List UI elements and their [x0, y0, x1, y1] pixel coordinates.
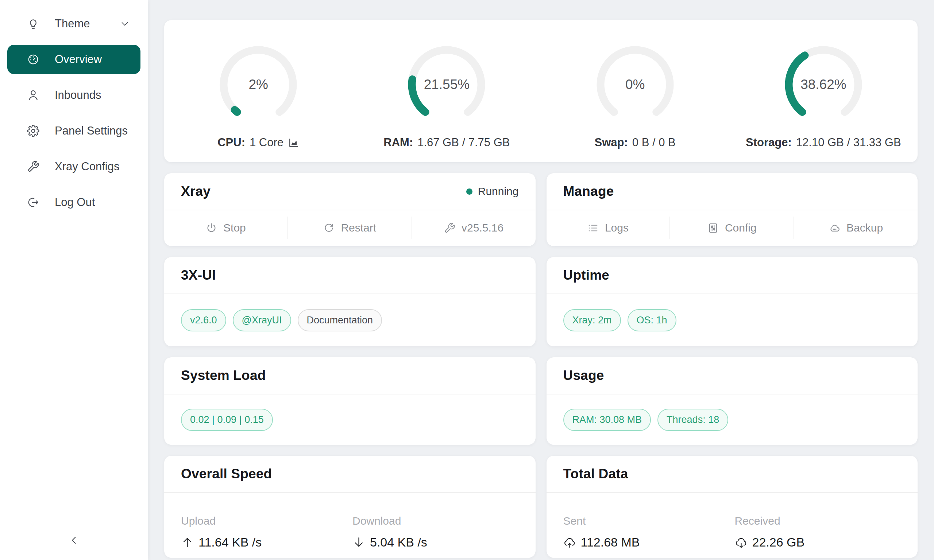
system-load-header: System Load — [164, 357, 536, 394]
backup-button[interactable]: Backup — [794, 210, 918, 245]
usage-tags: RAM: 30.08 MB Threads: 18 — [547, 394, 918, 445]
xray-card: Xray Running Stop Restart — [164, 173, 536, 246]
config-button-label: Config — [725, 222, 757, 234]
overall-speed-title: Overall Speed — [181, 466, 272, 482]
sidebar-item-label: Xray Configs — [55, 160, 119, 173]
manage-card-title: Manage — [563, 184, 614, 199]
logs-button-label: Logs — [605, 222, 629, 234]
cpu-label-key: CPU: — [217, 136, 245, 149]
storage-gauge: 38.62% Storage: 12.10 GB / 31.33 GB — [729, 40, 918, 162]
cpu-percent: 2% — [214, 40, 302, 129]
uptime-card-header: Uptime — [547, 257, 918, 294]
arrow-up-icon — [181, 536, 194, 549]
storage-percent: 38.62% — [779, 40, 868, 129]
xray-actions: Stop Restart v25.5.16 — [164, 210, 536, 245]
overall-speed-stats: Upload 11.64 KB /s Download 5.04 KB /s — [164, 493, 536, 549]
storage-label: Storage: 12.10 GB / 31.33 GB — [746, 136, 901, 149]
status-dot-icon — [466, 188, 472, 195]
storage-label-key: Storage: — [746, 136, 792, 149]
telegram-tag[interactable]: @XrayUI — [233, 309, 291, 331]
logout-icon — [26, 195, 40, 209]
xray-card-header: Xray Running — [164, 173, 536, 210]
sent-value: 112.68 MB — [563, 535, 735, 549]
sidebar-collapse-button[interactable] — [0, 526, 148, 554]
total-data-stats: Sent 112.68 MB Received 22.26 GB — [547, 493, 918, 549]
cloud-download-icon — [735, 536, 748, 549]
total-data-title: Total Data — [563, 466, 628, 482]
ram-gauge: 21.55% RAM: 1.67 GB / 7.75 GB — [353, 40, 541, 162]
main-content: 2% CPU: 1 Core 21.55% RAM: 1.67 GB — [148, 0, 934, 560]
swap-label-value: 0 B / 0 B — [632, 136, 676, 149]
swap-percent: 0% — [591, 40, 679, 129]
received-value: 22.26 GB — [735, 535, 901, 549]
sidebar-nav: Theme Overview Inbounds — [0, 0, 148, 217]
xray-card-title: Xray — [181, 184, 211, 199]
xui-tags: v2.6.0 @XrayUI Documentation — [164, 294, 536, 346]
sidebar-item-overview[interactable]: Overview — [7, 45, 140, 74]
received-stat: Received 22.26 GB — [735, 515, 901, 549]
system-load-card: System Load 0.02 | 0.09 | 0.15 — [164, 357, 536, 445]
ram-label-value: 1.67 GB / 7.75 GB — [418, 136, 510, 149]
os-uptime-tag: OS: 1h — [627, 309, 677, 331]
system-load-title: System Load — [181, 368, 266, 383]
wrench-icon — [26, 160, 40, 174]
cpu-gauge-ring: 2% — [214, 40, 302, 129]
sidebar-item-panel-settings[interactable]: Panel Settings — [7, 116, 140, 145]
ram-percent: 21.55% — [402, 40, 491, 129]
system-gauges-card: 2% CPU: 1 Core 21.55% RAM: 1.67 GB — [164, 20, 918, 162]
sidebar-item-log-out[interactable]: Log Out — [7, 188, 140, 217]
manage-card: Manage Logs Config Backup — [547, 173, 918, 246]
uptime-card: Uptime Xray: 2m OS: 1h — [547, 257, 918, 346]
swap-gauge-ring: 0% — [591, 40, 679, 129]
dashboard-icon — [26, 52, 40, 66]
logs-button[interactable]: Logs — [547, 210, 670, 245]
chevron-left-icon — [68, 534, 80, 546]
download-value: 5.04 KB /s — [353, 535, 519, 549]
sent-stat: Sent 112.68 MB — [563, 515, 735, 549]
xray-status: Running — [466, 185, 519, 198]
sidebar-item-theme[interactable]: Theme — [7, 9, 140, 38]
upload-label: Upload — [181, 515, 353, 527]
download-value-text: 5.04 KB /s — [370, 535, 427, 549]
system-load-tags: 0.02 | 0.09 | 0.15 — [164, 394, 536, 445]
xray-version-button[interactable]: v25.5.16 — [412, 210, 536, 245]
config-button[interactable]: Config — [670, 210, 794, 245]
uptime-tags: Xray: 2m OS: 1h — [547, 294, 918, 346]
power-icon — [206, 222, 217, 234]
sidebar-item-label: Overview — [55, 53, 102, 66]
area-chart-icon[interactable] — [288, 137, 299, 148]
version-tag[interactable]: v2.6.0 — [181, 309, 226, 331]
chevron-down-icon — [119, 18, 130, 29]
ram-label: RAM: 1.67 GB / 7.75 GB — [384, 136, 510, 149]
upload-value: 11.64 KB /s — [181, 535, 353, 549]
sidebar-item-xray-configs[interactable]: Xray Configs — [7, 152, 140, 181]
sidebar-item-label: Panel Settings — [55, 124, 128, 137]
swap-gauge: 0% Swap: 0 B / 0 B — [541, 40, 729, 162]
documentation-tag[interactable]: Documentation — [298, 309, 382, 331]
xray-version-label: v25.5.16 — [462, 222, 504, 234]
storage-gauge-ring: 38.62% — [779, 40, 868, 129]
restart-button[interactable]: Restart — [288, 210, 412, 245]
cpu-label: CPU: 1 Core — [217, 136, 299, 149]
arrow-down-icon — [353, 536, 365, 549]
ram-gauge-ring: 21.55% — [402, 40, 491, 129]
overall-speed-header: Overall Speed — [164, 456, 536, 493]
stop-button[interactable]: Stop — [164, 210, 288, 245]
xui-card-header: 3X-UI — [164, 257, 536, 294]
reload-icon — [323, 222, 334, 234]
sidebar-item-label: Inbounds — [55, 89, 102, 102]
total-data-header: Total Data — [547, 456, 918, 493]
backup-button-label: Backup — [846, 222, 883, 234]
sidebar: Theme Overview Inbounds — [0, 0, 148, 560]
total-data-card: Total Data Sent 112.68 MB Received — [547, 456, 918, 558]
received-value-text: 22.26 GB — [752, 535, 805, 549]
gear-icon — [26, 124, 40, 138]
app-root: Theme Overview Inbounds — [0, 0, 934, 560]
download-label: Download — [353, 515, 519, 527]
sidebar-item-label: Theme — [55, 17, 90, 30]
stop-button-label: Stop — [223, 222, 246, 234]
sidebar-item-inbounds[interactable]: Inbounds — [7, 81, 140, 110]
manage-actions: Logs Config Backup — [547, 210, 918, 245]
usage-card: Usage RAM: 30.08 MB Threads: 18 — [547, 357, 918, 445]
bulb-icon — [26, 17, 40, 31]
